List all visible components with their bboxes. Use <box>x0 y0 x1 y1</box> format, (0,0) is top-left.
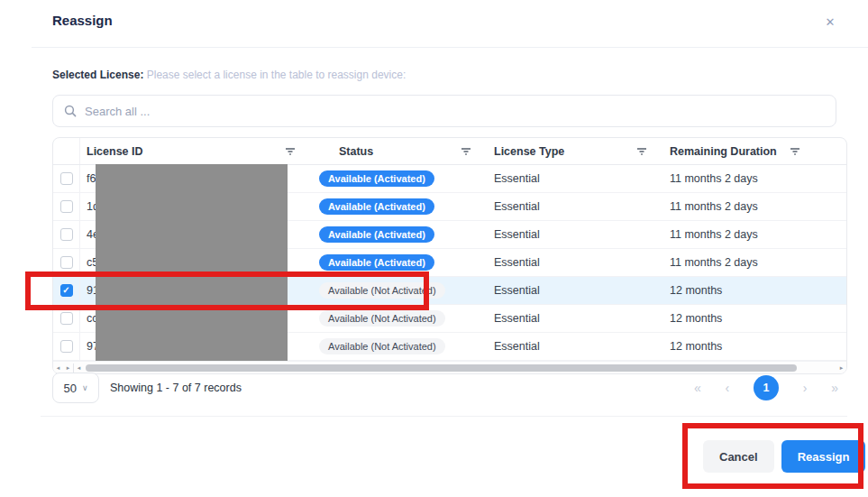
remaining-duration-cell: 11 months 2 days <box>663 221 817 248</box>
remaining-duration-cell: 11 months 2 days <box>663 193 817 220</box>
row-checkbox-checked[interactable]: ✓ <box>60 284 73 297</box>
license-type-cell: Essential <box>488 249 663 276</box>
remaining-duration-cell: 11 months 2 days <box>663 249 817 276</box>
redaction-block <box>96 332 288 361</box>
redaction-block <box>96 248 288 277</box>
modal-title: Reassign <box>52 13 113 28</box>
chevron-down-icon: ∨ <box>82 383 88 392</box>
filter-icon[interactable] <box>285 147 296 156</box>
search-box[interactable] <box>52 95 836 127</box>
header-divider <box>32 47 868 48</box>
license-type-cell: Essential <box>488 165 663 192</box>
scrollbar-track[interactable] <box>86 364 835 372</box>
selected-license-hint: Please select a license in the table to … <box>147 69 407 81</box>
redaction-block <box>96 220 288 249</box>
license-id-cell: f6 <box>80 165 312 192</box>
last-page-icon[interactable]: » <box>831 381 838 395</box>
action-buttons: Cancel Reassign <box>703 440 865 473</box>
reassign-modal: Reassign ✕ Selected License: Please sele… <box>0 0 868 497</box>
redaction-block <box>96 192 288 221</box>
status-badge: Available (Not Activated) <box>319 338 445 354</box>
pagination: « ‹ 1 › » <box>694 374 838 401</box>
license-type-cell: Essential <box>488 277 663 304</box>
page-size-select[interactable]: 50 ∨ <box>52 373 99 403</box>
license-id-cell: 97 <box>80 333 312 360</box>
table-row[interactable]: c5 Available (Activated) Essential 11 mo… <box>53 249 846 277</box>
table-row[interactable]: 1d Available (Activated) Essential 11 mo… <box>53 193 846 221</box>
row-checkbox[interactable] <box>60 228 73 241</box>
license-id-cell: 91 <box>80 277 312 304</box>
selected-license-line: Selected License: Please select a licens… <box>52 69 406 81</box>
row-checkbox[interactable] <box>60 340 73 353</box>
status-badge: Available (Activated) <box>319 198 434 215</box>
column-header-license-type[interactable]: License Type <box>488 145 663 158</box>
row-checkbox[interactable] <box>60 256 73 269</box>
license-id-cell: c5 <box>80 249 312 276</box>
table-row[interactable]: 97 Available (Not Activated) Essential 1… <box>53 333 846 361</box>
reassign-button[interactable]: Reassign <box>781 440 866 473</box>
footer-divider <box>41 416 847 417</box>
table-row[interactable]: cc Available (Not Activated) Essential 1… <box>53 305 846 333</box>
horizontal-scrollbar[interactable]: ◂ ▸ ◂ ▸ <box>53 361 846 373</box>
status-badge: Available (Activated) <box>319 170 434 187</box>
next-page-icon[interactable]: › <box>803 381 808 395</box>
row-checkbox[interactable] <box>60 312 73 325</box>
table-header-row: License ID Status License Type <box>53 138 846 165</box>
status-badge: Available (Activated) <box>319 254 434 271</box>
filter-icon[interactable] <box>636 147 647 156</box>
status-badge: Available (Activated) <box>319 226 434 243</box>
filter-icon[interactable] <box>790 147 800 156</box>
scrollbar-thumb[interactable] <box>86 364 797 372</box>
column-header-remaining-duration[interactable]: Remaining Duration <box>663 145 817 158</box>
cancel-button[interactable]: Cancel <box>703 440 774 473</box>
column-header-license-id[interactable]: License ID <box>80 145 312 158</box>
current-page-button[interactable]: 1 <box>754 375 779 400</box>
records-summary: Showing 1 - 7 of 7 records <box>110 382 242 394</box>
remaining-duration-cell: 12 months <box>663 277 817 304</box>
scroll-right-icon[interactable]: ▸ <box>836 362 846 373</box>
row-checkbox[interactable] <box>60 200 73 213</box>
table-row[interactable]: 4e Available (Activated) Essential 11 mo… <box>53 221 846 249</box>
redaction-block <box>96 164 288 193</box>
license-type-cell: Essential <box>488 333 663 360</box>
select-all-cell <box>53 138 80 164</box>
filter-icon[interactable] <box>461 147 471 156</box>
first-page-icon[interactable]: « <box>694 381 701 395</box>
license-id-cell: cc <box>80 305 312 332</box>
redaction-block <box>96 276 288 305</box>
license-id-cell: 1d <box>80 193 312 220</box>
row-checkbox[interactable] <box>60 172 73 185</box>
table-row-selected[interactable]: ✓ 91 Available (Not Activated) Essential… <box>53 277 846 305</box>
column-header-status[interactable]: Status <box>312 145 488 158</box>
license-table: License ID Status License Type <box>52 137 847 374</box>
status-badge: Available (Not Activated) <box>319 310 445 327</box>
status-badge: Available (Not Activated) <box>319 282 445 299</box>
close-icon[interactable]: ✕ <box>820 12 840 32</box>
remaining-duration-cell: 12 months <box>663 333 817 360</box>
search-icon <box>64 105 77 117</box>
table-row[interactable]: f6 Available (Activated) Essential 11 mo… <box>53 165 846 193</box>
selected-license-label: Selected License: <box>52 69 143 81</box>
redaction-block <box>96 304 288 333</box>
remaining-duration-cell: 11 months 2 days <box>663 165 817 192</box>
license-id-cell: 4e <box>80 221 312 248</box>
search-input[interactable] <box>85 105 825 118</box>
license-type-cell: Essential <box>488 305 663 332</box>
license-type-cell: Essential <box>488 221 663 248</box>
prev-page-icon[interactable]: ‹ <box>726 381 730 395</box>
license-type-cell: Essential <box>488 193 663 220</box>
remaining-duration-cell: 12 months <box>663 305 817 332</box>
